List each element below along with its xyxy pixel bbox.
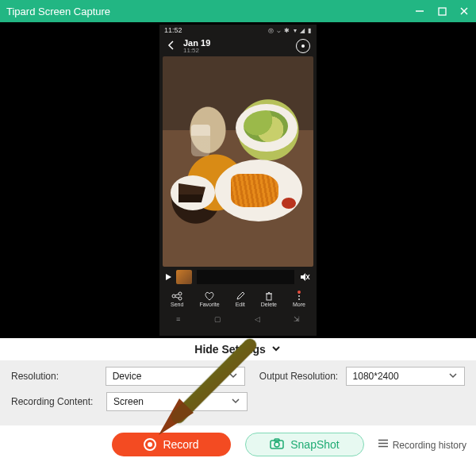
list-icon	[378, 439, 389, 451]
svg-point-14	[298, 292, 300, 294]
recording-content-label: Recording Content:	[11, 396, 106, 407]
capture-viewport: 11:52 ◎ ⌵ ✱ ▾ ◢ ▮ Jan 19 11:52	[0, 22, 476, 338]
chevron-down-icon	[228, 371, 238, 383]
output-resolution-label: Output Resolution:	[259, 371, 346, 382]
resolution-label: Resolution:	[11, 371, 106, 382]
phone-action-favorite[interactable]: Favorite	[199, 291, 219, 307]
phone-status-icons: ◎ ⌵ ✱ ▾ ◢ ▮	[268, 27, 312, 34]
phone-action-send[interactable]: Send	[171, 291, 183, 307]
svg-point-18	[274, 442, 279, 447]
record-button[interactable]: Record	[112, 433, 231, 456]
svg-point-8	[178, 297, 182, 300]
svg-point-15	[298, 295, 300, 297]
phone-action-row: Send Favorite Edit Delete More	[159, 287, 317, 311]
window-controls	[414, 6, 470, 17]
phone-action-delete[interactable]: Delete	[261, 291, 277, 307]
record-icon	[144, 438, 156, 451]
play-icon[interactable]	[166, 274, 171, 280]
phone-scrubber	[159, 267, 317, 287]
lens-icon[interactable]	[296, 39, 310, 53]
nav-dismiss-icon[interactable]: ⇲	[294, 315, 300, 323]
action-bar: Record SnapShot Recording history	[0, 425, 476, 458]
phone-nav-bar: ≡ ▢ ◁ ⇲	[159, 311, 317, 327]
svg-rect-11	[267, 294, 271, 300]
camera-icon	[270, 438, 284, 452]
phone-header: Jan 19 11:52	[159, 36, 317, 56]
settings-toggle[interactable]: Hide Settings	[0, 338, 476, 360]
resolution-select[interactable]: Device	[106, 367, 245, 386]
recording-content-select[interactable]: Screen	[106, 392, 248, 411]
svg-line-10	[175, 297, 179, 298]
title-bar: Tipard Screen Capture	[0, 0, 476, 22]
settings-toggle-label: Hide Settings	[194, 343, 265, 356]
record-label: Record	[163, 438, 198, 451]
phone-date: Jan 19 11:52	[183, 39, 210, 54]
minimize-button[interactable]	[414, 6, 425, 17]
settings-panel: Resolution: Device Output Resolution: 10…	[0, 360, 476, 425]
phone-status-bar: 11:52 ◎ ⌵ ✱ ▾ ◢ ▮	[159, 25, 317, 36]
nav-menu-icon[interactable]: ≡	[176, 315, 180, 323]
phone-status-time: 11:52	[164, 26, 182, 34]
app-title: Tipard Screen Capture	[6, 6, 110, 17]
phone-action-more[interactable]: More	[293, 291, 305, 307]
device-preview: 11:52 ◎ ⌵ ✱ ▾ ◢ ▮ Jan 19 11:52	[159, 25, 317, 336]
scrub-track[interactable]	[197, 270, 294, 284]
recording-content-value: Screen	[113, 396, 144, 407]
maximize-button[interactable]	[436, 6, 447, 17]
chevron-down-icon	[231, 396, 240, 408]
recording-history-label: Recording history	[393, 439, 466, 450]
snapshot-button[interactable]: SnapShot	[245, 433, 364, 456]
svg-point-7	[178, 292, 182, 295]
svg-line-9	[175, 294, 179, 296]
mute-icon[interactable]	[299, 271, 310, 283]
phone-action-edit[interactable]: Edit	[236, 291, 245, 307]
output-resolution-value: 1080*2400	[353, 371, 399, 382]
output-resolution-select[interactable]: 1080*2400	[346, 367, 465, 386]
resolution-value: Device	[113, 371, 142, 382]
nav-home-icon[interactable]: ▢	[214, 315, 221, 323]
svg-point-16	[298, 298, 300, 300]
snapshot-label: SnapShot	[290, 438, 340, 451]
scrub-thumbnail[interactable]	[176, 270, 192, 284]
svg-rect-1	[439, 8, 446, 15]
phone-photo[interactable]	[163, 56, 313, 267]
close-button[interactable]	[459, 6, 470, 17]
chevron-down-icon	[271, 343, 282, 356]
nav-back-icon[interactable]: ◁	[255, 315, 260, 323]
chevron-down-icon	[448, 371, 458, 383]
recording-history-link[interactable]: Recording history	[378, 439, 466, 451]
back-icon[interactable]	[166, 40, 177, 52]
